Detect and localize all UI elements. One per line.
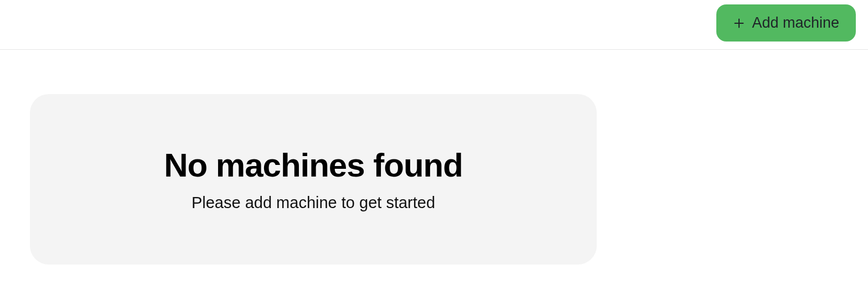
empty-state-title: No machines found [164,147,463,184]
add-machine-label: Add machine [752,15,839,30]
empty-state-card: No machines found Please add machine to … [30,94,597,265]
plus-icon [733,17,745,29]
header-bar: Add machine [0,0,868,50]
add-machine-button[interactable]: Add machine [716,4,856,42]
main-content: No machines found Please add machine to … [0,50,868,265]
empty-state-subtitle: Please add machine to get started [192,194,435,212]
